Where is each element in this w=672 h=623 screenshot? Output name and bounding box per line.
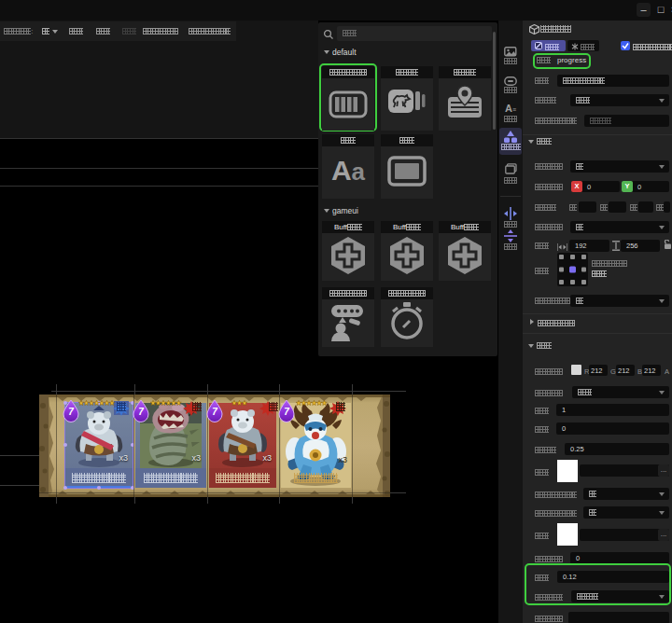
svg-text:7: 7 [284,407,289,417]
svg-text:7: 7 [138,407,144,417]
svg-text:7: 7 [212,407,217,417]
svg-text:7: 7 [68,407,74,417]
